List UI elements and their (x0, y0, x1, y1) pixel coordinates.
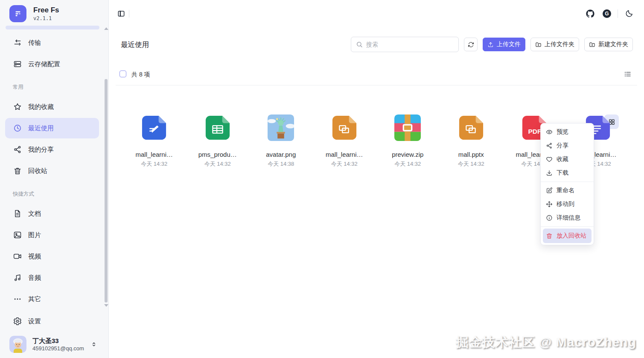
file-name: preview.zip (392, 151, 423, 158)
sidebar-item-label: 音频 (28, 274, 41, 282)
select-all-checkbox[interactable] (119, 70, 126, 77)
edit-icon (546, 187, 553, 194)
sidebar-item-label: 云存储配置 (28, 60, 60, 68)
file-item[interactable]: mall_learni… 今天 14:32 (313, 114, 376, 168)
sidebar-item-label: 最近使用 (28, 124, 54, 132)
menu-item-share[interactable]: 分享 (543, 139, 592, 153)
heart-icon (546, 156, 553, 163)
star-icon (13, 103, 22, 111)
file-item[interactable]: pms_produ… 今天 14:32 (186, 114, 250, 168)
app-logo-icon (9, 5, 26, 22)
menu-item-favorite[interactable]: 收藏 (543, 153, 592, 166)
pptx-orange-icon (331, 114, 358, 141)
ellipsis-icon (13, 295, 22, 303)
search-input[interactable] (366, 41, 454, 48)
menu-item-download[interactable]: 下载 (543, 166, 592, 180)
sidebar-item-transfer[interactable]: 传输 (5, 32, 99, 53)
share-icon (546, 142, 553, 149)
menu-item-label: 下载 (557, 169, 568, 177)
zip-winrar-icon (394, 114, 421, 141)
upload-folder-button[interactable]: 上传文件夹 (530, 38, 579, 51)
items-count: 共 8 项 (131, 71, 150, 79)
file-item[interactable]: preview.zip 今天 14:32 (376, 114, 440, 168)
move-icon (546, 201, 553, 208)
menu-item-preview[interactable]: 预览 (543, 125, 592, 139)
image-icon (13, 231, 22, 239)
user-account-menu[interactable]: 丁大圣33 459102951@qq.com (5, 333, 102, 355)
file-item[interactable]: avatar.png 今天 14:38 (249, 114, 313, 168)
dark-mode-toggle[interactable] (625, 9, 633, 18)
menu-item-label: 分享 (557, 142, 568, 150)
menu-item-label: 详细信息 (557, 214, 580, 222)
refresh-button[interactable] (464, 38, 478, 51)
file-item[interactable]: mall.pptx 今天 14:32 (440, 114, 503, 168)
menu-item-details[interactable]: 详细信息 (543, 211, 592, 225)
sidebar-scroll-down-arrow[interactable] (104, 304, 108, 307)
xlsx-green-icon (204, 114, 231, 141)
sidebar-scrollbar[interactable] (105, 79, 108, 302)
menu-item-label: 放入回收站 (557, 232, 586, 240)
sidebar-item-videos[interactable]: 视频 (5, 246, 99, 267)
menu-item-label: 重命名 (557, 187, 574, 194)
menu-item-label: 预览 (557, 128, 568, 136)
sidebar-item-storage-config[interactable]: 云存储配置 (5, 54, 99, 74)
document-icon (13, 209, 22, 218)
menu-item-move-to[interactable]: 移动到 (543, 197, 592, 211)
user-email: 459102951@qq.com (32, 345, 84, 352)
github-icon (586, 9, 594, 18)
refresh-icon (468, 41, 474, 48)
menu-item-move-to-recycle-bin[interactable]: 放入回收站 (543, 229, 592, 243)
file-time: 今天 14:32 (204, 160, 231, 168)
file-time: 今天 14:38 (268, 160, 294, 168)
sidebar: Free Fs v2.1.1 传输 云存储配置 常用 我的收藏 最近使用 我的分… (0, 0, 109, 358)
file-context-menu: 预览 分享 收藏 下载 重命名 移动到 详细信息 放入回收 (540, 123, 594, 245)
sidebar-item-documents[interactable]: 文档 (5, 203, 99, 224)
transfer-icon (13, 38, 22, 47)
menu-item-label: 收藏 (557, 156, 568, 163)
sidebar-item-favorites[interactable]: 我的收藏 (5, 97, 99, 117)
sidebar-item-label: 文档 (28, 210, 41, 218)
clock-icon (13, 124, 22, 132)
sidebar-item-settings[interactable]: 设置 (5, 311, 99, 332)
gitee-link-button[interactable]: G (603, 9, 611, 18)
github-link-button[interactable] (586, 9, 594, 18)
app-window: Free Fs v2.1.1 传输 云存储配置 常用 我的收藏 最近使用 我的分… (0, 0, 644, 358)
toolbar-divider (116, 85, 637, 85)
file-name: mall_learni… (135, 151, 173, 158)
menu-divider (541, 182, 594, 182)
upload-icon (487, 41, 494, 48)
sidebar-scroll-up-arrow[interactable] (104, 27, 108, 30)
file-name: pms_produ… (198, 151, 237, 158)
docx-blue-icon (141, 114, 167, 141)
sidebar-item-images[interactable]: 图片 (5, 225, 99, 245)
trash-icon (546, 232, 553, 239)
new-folder-label: 新建文件夹 (598, 41, 628, 48)
sidebar-item-label: 视频 (28, 252, 41, 261)
sidebar-item-my-shares[interactable]: 我的分享 (5, 139, 99, 160)
sidebar-item-recent[interactable]: 最近使用 (5, 118, 99, 138)
app-title: Free Fs (33, 6, 59, 15)
sidebar-item-recycle-bin[interactable]: 回收站 (5, 161, 99, 181)
upload-file-label: 上传文件 (497, 41, 521, 48)
info-icon (546, 214, 553, 221)
search-icon (356, 41, 363, 48)
music-note-icon (13, 273, 22, 282)
user-name: 丁大圣33 (32, 337, 84, 345)
sidebar-item-label: 我的收藏 (28, 103, 54, 111)
sidebar-item-others[interactable]: 其它 (5, 289, 99, 309)
sidebar-item-audio[interactable]: 音频 (5, 267, 99, 288)
search-box[interactable] (351, 37, 459, 52)
upload-file-button[interactable]: 上传文件 (483, 38, 525, 51)
moon-icon (625, 9, 633, 18)
menu-item-rename[interactable]: 重命名 (543, 184, 592, 197)
list-view-button[interactable] (620, 67, 635, 81)
avatar (9, 336, 26, 353)
storage-icon (13, 60, 22, 68)
file-time: 今天 14:32 (331, 160, 358, 168)
sidebar-collapse-button[interactable] (117, 9, 125, 18)
chevron-up-down-icon (90, 341, 97, 348)
file-item[interactable]: mall_learni… 今天 14:32 (122, 114, 186, 168)
download-icon (546, 170, 553, 176)
sidebar-item-label: 传输 (28, 39, 41, 47)
new-folder-button[interactable]: 新建文件夹 (584, 38, 633, 51)
